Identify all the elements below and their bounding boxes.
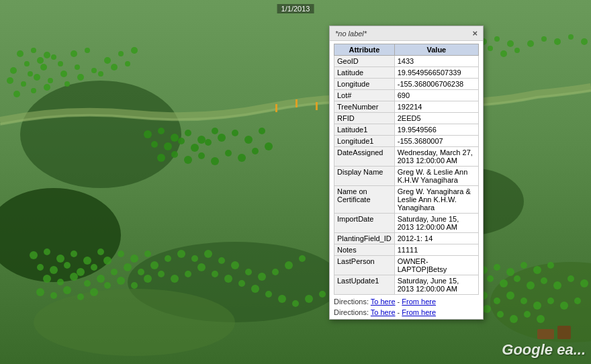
- svg-point-133: [224, 275, 232, 283]
- svg-point-80: [225, 150, 232, 156]
- svg-point-98: [144, 251, 151, 257]
- svg-point-23: [60, 71, 67, 77]
- svg-point-69: [191, 144, 199, 152]
- svg-point-97: [130, 255, 138, 263]
- value-cell: 192214: [394, 101, 478, 113]
- svg-point-86: [56, 255, 64, 263]
- svg-point-74: [259, 128, 265, 134]
- svg-point-114: [245, 269, 252, 275]
- svg-point-25: [13, 91, 20, 97]
- svg-point-33: [131, 47, 138, 54]
- attribute-cell: Display Name: [334, 167, 395, 186]
- svg-point-123: [90, 288, 98, 296]
- attribute-cell: Latitude1: [334, 124, 395, 136]
- svg-point-67: [164, 142, 172, 150]
- directions-row-1: Directions: To here - From here: [334, 298, 479, 306]
- svg-point-7: [17, 50, 24, 57]
- value-cell: Wednesday, March 27, 2013 12:00:00 AM: [394, 147, 478, 167]
- directions-row-2: Directions: To here - From here: [334, 308, 479, 316]
- value-cell: 2EED5: [394, 113, 478, 124]
- svg-point-55: [527, 40, 534, 47]
- table-row: Lot#690: [334, 90, 479, 101]
- value-cell: -155.368006706238: [394, 79, 478, 90]
- directions-to-link-1[interactable]: To here: [371, 298, 396, 306]
- close-button[interactable]: ×: [472, 29, 478, 38]
- svg-point-29: [77, 74, 84, 81]
- svg-point-16: [58, 61, 63, 66]
- svg-point-32: [118, 51, 124, 56]
- svg-point-1: [20, 81, 181, 188]
- svg-point-79: [211, 157, 219, 165]
- svg-point-82: [252, 148, 259, 154]
- attribute-cell: ImportDate: [334, 214, 395, 233]
- svg-point-95: [103, 257, 111, 265]
- svg-point-101: [70, 273, 78, 281]
- svg-point-14: [28, 71, 33, 77]
- svg-point-152: [547, 262, 554, 269]
- svg-point-179: [560, 302, 568, 310]
- svg-point-18: [85, 48, 90, 53]
- value-column-header: Value: [394, 44, 478, 56]
- table-row: DateAssignedWednesday, March 27, 2013 12…: [334, 147, 479, 167]
- svg-point-148: [494, 264, 500, 271]
- directions-from-link-2[interactable]: From here: [402, 308, 436, 316]
- google-earth-watermark: Google ea...: [502, 341, 586, 359]
- svg-point-90: [37, 264, 44, 271]
- svg-point-78: [198, 152, 205, 159]
- svg-point-24: [75, 64, 80, 70]
- svg-point-164: [553, 281, 561, 289]
- directions-from-link-1[interactable]: From here: [402, 298, 436, 306]
- attribute-cell: Notes: [334, 244, 395, 256]
- svg-point-9: [44, 52, 50, 58]
- svg-point-35: [111, 64, 118, 71]
- table-row: RFID2EED5: [334, 113, 479, 124]
- svg-point-87: [71, 251, 77, 257]
- table-row: LastPersonOWNER-LAPTOP|Betsy: [334, 256, 479, 275]
- svg-point-160: [500, 279, 508, 287]
- svg-point-151: [533, 266, 541, 274]
- date-stamp: 1/1/2013: [277, 4, 314, 13]
- svg-point-104: [111, 269, 118, 275]
- svg-point-180: [574, 298, 581, 304]
- value-cell: Greg W. Yanagihara & Leslie Ann K.H.W. Y…: [394, 186, 478, 214]
- directions-label-2: Directions:: [334, 308, 369, 316]
- svg-rect-203: [296, 99, 298, 107]
- svg-point-112: [218, 257, 225, 264]
- popup-content: Attribute Value GeoID1433Latitude19.9549…: [330, 41, 483, 319]
- svg-point-122: [77, 293, 84, 300]
- svg-point-109: [177, 250, 185, 258]
- svg-point-63: [185, 130, 191, 136]
- svg-rect-204: [316, 102, 318, 110]
- svg-point-45: [507, 40, 514, 47]
- svg-point-19: [7, 77, 13, 84]
- svg-point-72: [232, 130, 238, 136]
- svg-point-189: [510, 315, 518, 323]
- directions-to-link-2[interactable]: To here: [371, 308, 396, 316]
- value-cell: 2012-1: 14: [394, 233, 478, 244]
- svg-point-11: [37, 57, 44, 64]
- svg-point-139: [305, 295, 313, 303]
- svg-point-100: [57, 279, 64, 285]
- table-row: TreeNumber192214: [334, 101, 479, 113]
- svg-point-190: [524, 311, 531, 318]
- table-row: Display NameGreg W. & Leslie Ann K.H.W Y…: [334, 167, 479, 186]
- svg-point-136: [265, 291, 272, 298]
- popup-title: *no label*: [335, 30, 367, 38]
- svg-point-116: [272, 269, 279, 275]
- svg-point-177: [533, 302, 541, 310]
- value-cell: Saturday, June 15, 2013 12:00:00 AM: [394, 214, 478, 233]
- svg-point-159: [487, 275, 494, 282]
- table-row: Name on CertificateGreg W. Yanagihara & …: [334, 186, 479, 214]
- svg-point-73: [244, 136, 253, 144]
- value-cell: -155.3680007: [394, 136, 478, 147]
- svg-point-107: [150, 261, 158, 269]
- svg-point-174: [494, 298, 500, 304]
- attribute-cell: TreeNumber: [334, 101, 395, 113]
- svg-point-93: [77, 268, 85, 276]
- svg-point-129: [171, 275, 179, 283]
- svg-point-102: [84, 280, 91, 287]
- svg-point-140: [319, 291, 326, 298]
- value-cell: 19.9549566: [394, 124, 478, 136]
- svg-point-8: [31, 48, 36, 53]
- svg-rect-206: [557, 326, 571, 339]
